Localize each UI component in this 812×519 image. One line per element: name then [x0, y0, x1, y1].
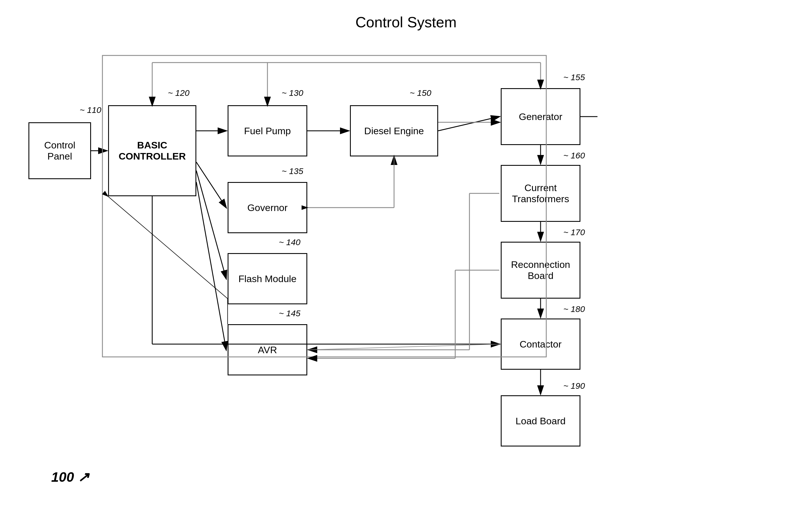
diesel-engine-label: Diesel Engine [364, 125, 424, 136]
flash-module-label: Flash Module [238, 273, 296, 284]
svg-line-11 [196, 171, 226, 279]
ref-governor: ~ 135 [282, 166, 303, 176]
box-generator: Generator [501, 88, 580, 145]
figure-number: 100 ↗ [51, 469, 89, 485]
ref-load-board: ~ 190 [563, 381, 585, 391]
generator-label: Generator [519, 111, 562, 122]
box-governor: Governor [228, 182, 307, 233]
ref-current-transformers: ~ 160 [563, 151, 585, 160]
box-basic-controller: BASICCONTROLLER [108, 105, 196, 196]
box-load-board: Load Board [501, 395, 580, 447]
avr-label: AVR [258, 344, 277, 356]
ref-diesel-engine: ~ 150 [410, 88, 431, 98]
diagram-arrows [0, 0, 812, 519]
box-flash-module: Flash Module [228, 253, 307, 304]
box-avr: AVR [228, 324, 307, 375]
box-diesel-engine: Diesel Engine [350, 105, 438, 156]
svg-line-31 [309, 344, 499, 350]
ref-control-panel: ~ 110 [80, 105, 101, 115]
control-panel-label: ControlPanel [44, 140, 76, 162]
svg-line-12 [196, 182, 226, 350]
svg-rect-22 [103, 56, 546, 357]
ref-fuel-pump: ~ 130 [282, 88, 303, 98]
box-current-transformers: CurrentTransformers [501, 165, 580, 222]
box-reconnection-board: ReconnectionBoard [501, 242, 580, 299]
contactor-label: Contactor [520, 339, 561, 350]
load-board-label: Load Board [516, 416, 566, 427]
svg-line-10 [196, 162, 226, 208]
ref-flash-module: ~ 140 [279, 238, 300, 247]
svg-line-5 [438, 117, 499, 131]
box-control-panel: ControlPanel [28, 122, 91, 179]
box-contactor: Contactor [501, 318, 580, 370]
current-transformers-label: CurrentTransformers [512, 182, 569, 205]
reconnection-board-label: ReconnectionBoard [511, 259, 570, 281]
ref-basic-controller: ~ 120 [168, 88, 190, 98]
ref-contactor: ~ 180 [563, 304, 585, 314]
ref-avr: ~ 145 [279, 309, 300, 318]
svg-line-34 [108, 196, 228, 299]
page-title: Control System [355, 14, 456, 31]
basic-controller-label: BASICCONTROLLER [119, 140, 186, 162]
box-fuel-pump: Fuel Pump [228, 105, 307, 156]
governor-label: Governor [247, 202, 288, 213]
ref-reconnection-board: ~ 170 [563, 227, 585, 237]
fuel-pump-label: Fuel Pump [244, 125, 291, 136]
ref-generator: ~ 155 [563, 72, 585, 82]
